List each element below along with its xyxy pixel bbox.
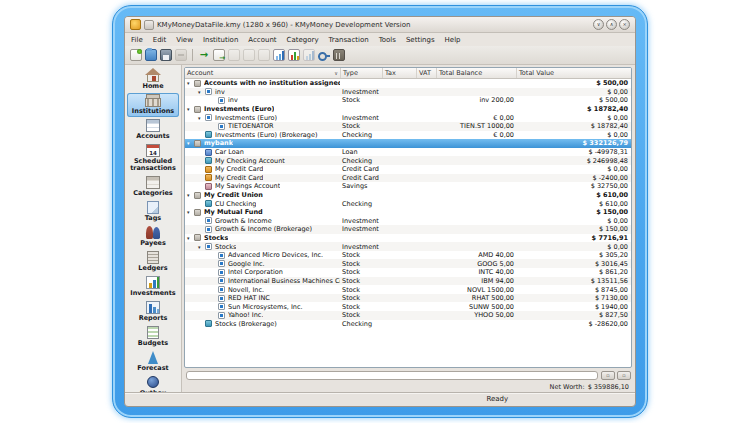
save-file-icon[interactable] [160,49,172,61]
sidebar-item-forecast[interactable]: Forecast [127,350,179,374]
menu-edit[interactable]: Edit [153,36,167,44]
table-row[interactable]: International Business Machines Corp (IB… [185,277,631,286]
expand-arrow-icon[interactable]: ▾ [187,208,194,216]
account-name: TIETOENATOR [228,122,274,130]
table-row[interactable]: My Credit CardCredit Card$ 0,00 [185,165,631,174]
table-row[interactable]: Yahoo! Inc.StockYHOO 50,00$ 827,50 [185,311,631,320]
table-row[interactable]: RED HAT INCStockRHAT 500,00$ 7130,00 [185,294,631,303]
open-file-icon[interactable] [145,49,157,61]
menu-help[interactable]: Help [445,36,461,44]
sidebar-item-reports[interactable]: Reports [127,300,179,324]
expand-arrow-icon[interactable]: ▾ [198,243,205,251]
sidebar-item-accounts[interactable]: Accounts [127,118,179,142]
total-value-cell: $ -2400,00 [516,174,631,182]
column-header-type[interactable]: Type [340,68,382,78]
table-row[interactable]: ▾My Mutual Fund$ 150,00 [185,208,631,217]
type-cell: Checking [340,131,382,139]
table-row[interactable]: invStockinv 200,00$ 500,00 [185,96,631,105]
column-header-vat[interactable]: VAT [416,68,436,78]
maximize-button[interactable]: ∧ [606,19,617,30]
column-header-account[interactable]: Account∨ [185,68,340,78]
menu-view[interactable]: View [176,36,193,44]
column-header-tax[interactable]: Tax [382,68,416,78]
investment-performance-icon[interactable] [288,49,300,61]
total-value-cell: $ 332126,79 [516,139,631,147]
price-chart-icon[interactable] [273,49,285,61]
sidebar-item-ledgers[interactable]: Ledgers [127,250,179,274]
table-row[interactable]: Google Inc.StockGOOG 5,00$ 3016,45 [185,259,631,268]
table-row[interactable]: ▾invInvestment$ 0,00 [185,88,631,97]
column-header-total-balance[interactable]: Total Balance [436,68,516,78]
sidebar-item-home[interactable]: Home [127,68,179,92]
type-cell: Checking [340,200,382,208]
menu-category[interactable]: Category [287,36,319,44]
horizontal-scrollbar[interactable] [186,371,598,380]
online-key-icon[interactable] [318,49,330,61]
titlebar[interactable]: KMyMoneyDataFile.kmy (1280 x 960) - KMyM… [125,17,635,33]
table-row[interactable]: Intel CorporationStockINTC 40,00$ 861,20 [185,268,631,277]
type-cell: Stock [340,311,382,319]
account-name: Google Inc. [228,260,265,268]
sidebar-item-scheduled-transactions[interactable]: 14Scheduled transactions [127,143,179,174]
table-row[interactable]: Advanced Micro Devices, Inc.StockAMD 40,… [185,251,631,260]
table-row[interactable]: TIETOENATORStockTIEN.ST 1000,00$ 18782,4… [185,122,631,131]
menu-tools[interactable]: Tools [379,36,396,44]
table-row[interactable]: ▾Stocks$ 7716,91 [185,234,631,243]
type-cell: Investment [340,225,382,233]
table-row[interactable]: My Credit CardCredit Card$ -2400,00 [185,174,631,183]
minimize-button[interactable]: ∨ [593,19,604,30]
expand-arrow-icon[interactable]: ▾ [198,114,205,122]
table-row[interactable]: ▾Investments (Euro)Investment€ 0,00$ 0,0… [185,113,631,122]
account-name: CU Checking [215,200,256,208]
expand-arrow-icon[interactable]: ▾ [187,105,194,113]
total-value-cell: $ 500,00 [516,96,631,104]
expand-arrow-icon[interactable]: ▾ [187,139,194,147]
table-row[interactable]: Investments (Euro) (Brokerage)Checking€ … [185,131,631,140]
net-worth-value: $ 359886,10 [588,383,629,391]
table-row[interactable]: My Savings AccountSavings$ 32750,00 [185,182,631,191]
table-row[interactable]: ▾mybank$ 332126,79 [185,139,631,148]
new-file-icon[interactable] [130,49,142,61]
hscroll-button-right[interactable]: ▫ [617,371,631,380]
checking-account-icon [205,320,212,327]
sidebar-item-institutions[interactable]: Institutions [127,93,179,117]
table-row[interactable]: ▾StocksInvestment$ 0,00 [185,242,631,251]
expand-arrow-icon[interactable]: ▾ [187,234,194,242]
kmymoney-app-icon[interactable] [130,19,141,30]
sidebar-item-outbox[interactable]: Outbox [127,375,179,392]
expand-arrow-icon[interactable]: ▾ [187,191,194,199]
close-button[interactable]: × [619,19,630,30]
new-account-icon[interactable] [213,49,225,61]
table-row[interactable]: CU CheckingChecking$ 610,00 [185,199,631,208]
menu-file[interactable]: File [131,36,143,44]
table-row[interactable]: Growth & Income (Brokerage)Investment$ 1… [185,225,631,234]
sidebar-item-investments[interactable]: Investments [127,275,179,299]
table-header: Account∨TypeTaxVATTotal BalanceTotal Val… [185,68,631,79]
institution-icon[interactable] [333,49,345,61]
table-row[interactable]: Sun Microsystems, Inc.StockSUNW 500,00$ … [185,302,631,311]
table-row[interactable]: ▾My Credit Union$ 610,00 [185,191,631,200]
menu-institution[interactable]: Institution [203,36,238,44]
menu-settings[interactable]: Settings [406,36,435,44]
expand-arrow-icon[interactable]: ▾ [198,88,205,96]
expand-arrow-icon[interactable]: ▾ [187,79,194,87]
total-value-cell: $ 32750,00 [516,182,631,190]
table-row[interactable]: Novell, Inc.StockNOVL 1500,00$ 8745,00 [185,285,631,294]
menu-account[interactable]: Account [248,36,276,44]
table-row[interactable]: My Checking AccountChecking$ 246998,48 [185,156,631,165]
table-row[interactable]: Growth & IncomeInvestment$ 0,00 [185,217,631,226]
update-forward-icon[interactable] [198,49,210,61]
menu-transaction[interactable]: Transaction [329,36,369,44]
column-header-total-value[interactable]: Total Value [516,68,631,78]
table-row[interactable]: ▾Investments (Euro)$ 18782,40 [185,105,631,114]
sidebar-item-payees[interactable]: Payees [127,225,179,249]
table-row[interactable]: Stocks (Brokerage)Checking$ -28620,00 [185,320,631,329]
sidebar-item-tags[interactable]: Tags [127,200,179,224]
table-row[interactable]: Car LoanLoan$ -49978,31 [185,148,631,157]
investment-account-icon [218,123,225,130]
table-row[interactable]: ▾Accounts with no institution assigned$ … [185,79,631,88]
account-name: inv [215,88,225,96]
sidebar-item-budgets[interactable]: Budgets [127,325,179,349]
hscroll-button-left[interactable]: ▫ [601,371,615,380]
sidebar-item-categories[interactable]: Categories [127,175,179,199]
